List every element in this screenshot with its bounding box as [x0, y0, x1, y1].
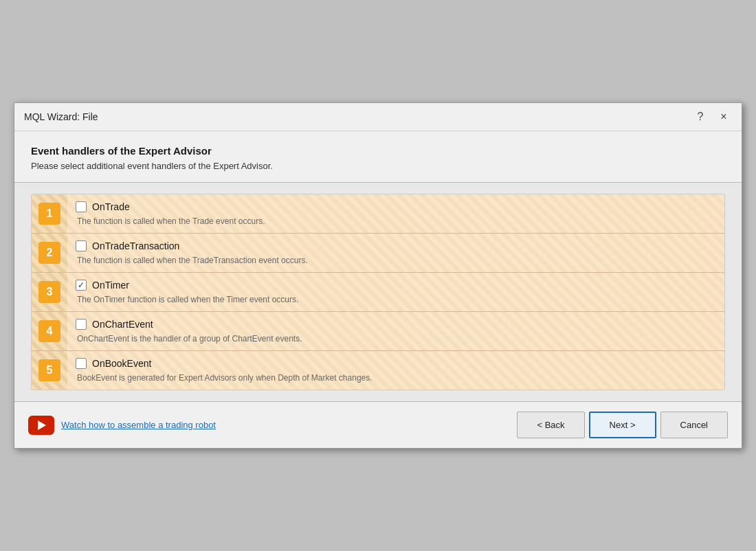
footer-section: Watch how to assemble a trading robot < …: [14, 401, 742, 448]
item-desc-4: OnChartEvent is the handler of a group o…: [76, 334, 716, 344]
item-label-row-2: OnTradeTransaction: [76, 240, 716, 251]
number-badge-3: 3: [38, 281, 60, 303]
item-content-2: OnTradeTransaction The function is calle…: [67, 234, 724, 272]
item-label-row-1: OnTrade: [76, 201, 716, 212]
item-label-row-4: OnChartEvent: [76, 319, 716, 330]
help-button[interactable]: ?: [692, 109, 709, 125]
item-desc-1: The function is called when the Trade ev…: [76, 216, 716, 226]
watch-link[interactable]: Watch how to assemble a trading robot: [28, 416, 216, 435]
next-button[interactable]: Next >: [589, 412, 656, 438]
back-button[interactable]: < Back: [517, 412, 584, 438]
item-name-3: OnTimer: [92, 280, 129, 291]
item-desc-3: The OnTimer function is called when the …: [76, 295, 716, 304]
item-label-row-3: OnTimer: [76, 280, 716, 291]
number-badge-2: 2: [38, 242, 60, 264]
number-badge-1: 1: [38, 203, 60, 225]
dialog-window: MQL Wizard: File ? × Event handlers of t…: [14, 102, 742, 449]
list-item: 1 OnTrade The function is called when th…: [32, 194, 724, 234]
item-content-3: OnTimer The OnTimer function is called w…: [67, 273, 724, 311]
watch-label: Watch how to assemble a trading robot: [61, 420, 216, 430]
header-section: Event handlers of the Expert Advisor Ple…: [14, 131, 742, 182]
checkbox-ontradetransaction[interactable]: [76, 240, 87, 251]
header-title: Event handlers of the Expert Advisor: [31, 145, 725, 157]
header-subtitle: Please select additional event handlers …: [31, 161, 725, 171]
item-name-2: OnTradeTransaction: [92, 240, 179, 251]
list-item: 3 OnTimer The OnTimer function is called…: [32, 273, 724, 312]
cancel-button[interactable]: Cancel: [660, 412, 728, 438]
checkbox-ontimer[interactable]: [76, 280, 87, 291]
checkbox-onbookevent[interactable]: [76, 358, 87, 369]
item-number-1: 1: [32, 194, 67, 233]
item-desc-2: The function is called when the TradeTra…: [76, 256, 716, 265]
list-item: 2 OnTradeTransaction The function is cal…: [32, 234, 724, 273]
item-content-5: OnBookEvent BookEvent is generated for E…: [67, 351, 724, 390]
item-number-5: 5: [32, 351, 67, 390]
item-number-3: 3: [32, 273, 67, 311]
action-buttons: < Back Next > Cancel: [517, 412, 728, 438]
close-button[interactable]: ×: [715, 109, 732, 125]
number-badge-4: 4: [38, 320, 60, 342]
item-name-5: OnBookEvent: [92, 358, 151, 369]
item-name-4: OnChartEvent: [92, 319, 153, 330]
item-number-4: 4: [32, 312, 67, 350]
content-section: 1 OnTrade The function is called when th…: [14, 183, 742, 401]
title-bar-controls: ? ×: [692, 109, 732, 125]
item-content-4: OnChartEvent OnChartEvent is the handler…: [67, 312, 724, 350]
youtube-icon: [28, 416, 54, 435]
item-content-1: OnTrade The function is called when the …: [67, 194, 724, 233]
checkbox-onchartevent[interactable]: [76, 319, 87, 330]
title-bar: MQL Wizard: File ? ×: [14, 103, 742, 131]
item-label-row-5: OnBookEvent: [76, 358, 716, 369]
window-title: MQL Wizard: File: [24, 111, 98, 122]
number-badge-5: 5: [38, 359, 60, 381]
list-item: 5 OnBookEvent BookEvent is generated for…: [32, 351, 724, 390]
item-name-1: OnTrade: [92, 201, 130, 212]
items-list: 1 OnTrade The function is called when th…: [31, 194, 725, 390]
checkbox-ontrade[interactable]: [76, 201, 87, 212]
item-desc-5: BookEvent is generated for Expert Adviso…: [76, 373, 716, 383]
list-item: 4 OnChartEvent OnChartEvent is the handl…: [32, 312, 724, 351]
item-number-2: 2: [32, 234, 67, 272]
play-icon: [38, 420, 46, 430]
